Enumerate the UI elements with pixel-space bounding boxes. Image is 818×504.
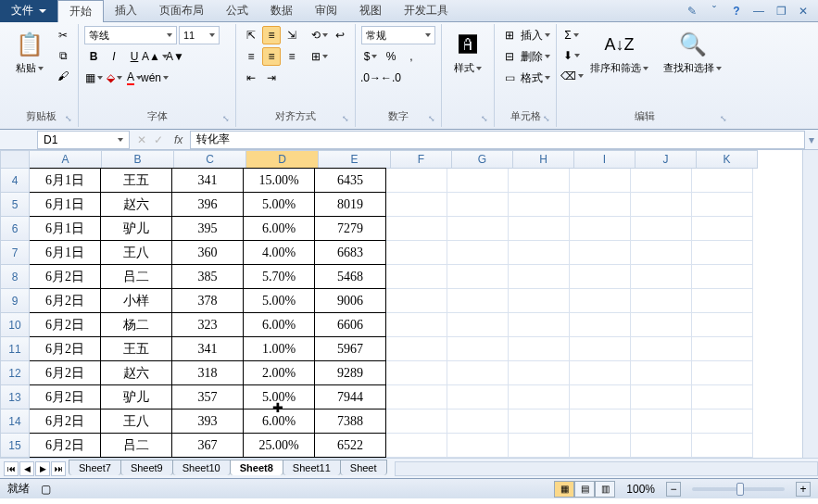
cell-C15[interactable]: 367 (171, 433, 244, 458)
row-header-8[interactable]: 8 (0, 265, 30, 289)
cell-D8[interactable]: 5.70% (243, 264, 315, 289)
view-normal-button[interactable]: ▦ (554, 481, 574, 498)
styles-button[interactable]: 🅰 样式 (447, 26, 488, 79)
cell-C7[interactable]: 360 (171, 240, 244, 265)
cell-F6[interactable] (386, 217, 447, 241)
font-size-combo[interactable]: 11 (179, 26, 220, 44)
cell-G11[interactable] (447, 337, 509, 361)
cell-C5[interactable]: 396 (171, 192, 244, 217)
sheet-nav-first[interactable]: ⏮ (4, 461, 19, 476)
sheet-nav-next[interactable]: ▶ (35, 461, 50, 476)
comma-format-button[interactable]: , (402, 47, 421, 66)
cell-C9[interactable]: 378 (171, 288, 244, 313)
column-header-E[interactable]: E (319, 150, 391, 169)
row-header-15[interactable]: 15 (0, 434, 30, 458)
cell-J14[interactable] (631, 410, 692, 434)
cell-J9[interactable] (631, 289, 692, 313)
cell-E9[interactable]: 9006 (314, 288, 386, 313)
cell-I14[interactable] (570, 410, 631, 434)
cell-I11[interactable] (570, 337, 631, 361)
cell-B8[interactable]: 吕二 (100, 264, 172, 289)
sheet-tab-Sheet8[interactable]: Sheet8 (230, 460, 283, 475)
cells-insert-button[interactable]: ⊞插入 (500, 26, 550, 44)
tab-view[interactable]: 视图 (348, 0, 393, 22)
fill-color-button[interactable]: ⬙ (105, 69, 123, 87)
row-header-4[interactable]: 4 (0, 169, 30, 193)
cell-A15[interactable]: 6月2日 (30, 433, 101, 458)
cell-I6[interactable] (570, 217, 631, 241)
horizontal-scrollbar[interactable] (395, 461, 818, 476)
cell-A12[interactable]: 6月2日 (30, 360, 101, 385)
italic-button[interactable]: I (105, 47, 123, 66)
tab-home[interactable]: 开始 (57, 0, 104, 22)
paste-button[interactable]: 📋 粘贴 (9, 26, 50, 79)
cell-K10[interactable] (692, 313, 753, 337)
cell-G15[interactable] (447, 434, 509, 458)
column-header-K[interactable]: K (697, 150, 758, 169)
cell-A6[interactable]: 6月1日 (30, 216, 101, 241)
cell-J12[interactable] (631, 361, 692, 385)
increase-decimal-button[interactable]: .0→ (361, 69, 380, 87)
cell-D11[interactable]: 1.00% (243, 336, 315, 361)
cell-H4[interactable] (509, 169, 570, 193)
cell-D6[interactable]: 6.00% (243, 216, 315, 241)
accounting-format-button[interactable]: $ (361, 47, 380, 66)
cell-I8[interactable] (570, 265, 631, 289)
cell-E11[interactable]: 5967 (314, 336, 386, 361)
column-header-H[interactable]: H (513, 150, 574, 169)
cell-J4[interactable] (631, 169, 692, 193)
cell-K5[interactable] (692, 193, 753, 217)
cancel-formula-icon[interactable]: ✕ (133, 133, 150, 146)
cell-G5[interactable] (447, 193, 509, 217)
row-header-11[interactable]: 11 (0, 337, 30, 361)
underline-button[interactable]: U (125, 47, 144, 66)
cut-button[interactable]: ✂ (54, 26, 72, 44)
window-restore-icon[interactable]: ❐ (774, 4, 788, 19)
cells-delete-button[interactable]: ⊟删除 (500, 47, 550, 66)
cell-K14[interactable] (692, 410, 753, 434)
cell-K7[interactable] (692, 241, 753, 265)
row-header-12[interactable]: 12 (0, 361, 30, 385)
sheet-nav-prev[interactable]: ◀ (19, 461, 34, 476)
tab-page-layout[interactable]: 页面布局 (148, 0, 215, 22)
cell-D5[interactable]: 5.00% (243, 192, 315, 217)
cell-H8[interactable] (509, 265, 570, 289)
fx-icon[interactable]: fx (167, 133, 190, 146)
enter-formula-icon[interactable]: ✓ (150, 133, 167, 146)
cell-G6[interactable] (447, 217, 509, 241)
cell-I12[interactable] (570, 361, 631, 385)
view-page-break-button[interactable]: ▥ (595, 481, 615, 498)
cell-A5[interactable]: 6月1日 (30, 192, 101, 217)
cell-E13[interactable]: 7944 (314, 384, 386, 410)
cell-A14[interactable]: 6月2日 (30, 409, 101, 434)
cell-I5[interactable] (570, 193, 631, 217)
tab-data[interactable]: 数据 (259, 0, 304, 22)
cell-B13[interactable]: 驴儿 (100, 384, 172, 410)
cell-A9[interactable]: 6月2日 (30, 288, 101, 313)
row-header-10[interactable]: 10 (0, 313, 30, 337)
cell-G13[interactable] (447, 385, 509, 410)
sheet-tab-Sheet10[interactable]: Sheet10 (172, 460, 231, 475)
sheet-tab-Sheet[interactable]: Sheet (340, 460, 387, 475)
tab-file[interactable]: 文件 (0, 0, 57, 22)
cell-F5[interactable] (386, 193, 447, 217)
column-header-I[interactable]: I (574, 150, 636, 169)
row-header-5[interactable]: 5 (0, 193, 30, 217)
cell-G14[interactable] (447, 410, 509, 434)
tab-review[interactable]: 审阅 (304, 0, 348, 22)
cell-E15[interactable]: 6522 (314, 433, 386, 458)
cell-E8[interactable]: 5468 (314, 264, 386, 289)
zoom-level[interactable]: 100% (626, 483, 655, 496)
cell-I10[interactable] (570, 313, 631, 337)
cell-G12[interactable] (447, 361, 509, 385)
cell-G7[interactable] (447, 241, 509, 265)
cell-H15[interactable] (509, 434, 570, 458)
row-header-7[interactable]: 7 (0, 241, 30, 265)
align-left-button[interactable]: ≡ (242, 47, 260, 66)
grid[interactable]: ABCDEFGHIJK 6月1日王五34115.00%64356月1日赵六396… (30, 150, 802, 458)
orientation-button[interactable]: ⟲ (310, 26, 329, 44)
zoom-slider[interactable] (692, 487, 785, 491)
cell-B15[interactable]: 吕二 (100, 433, 172, 458)
cell-E12[interactable]: 9289 (314, 360, 386, 385)
cell-I7[interactable] (570, 241, 631, 265)
